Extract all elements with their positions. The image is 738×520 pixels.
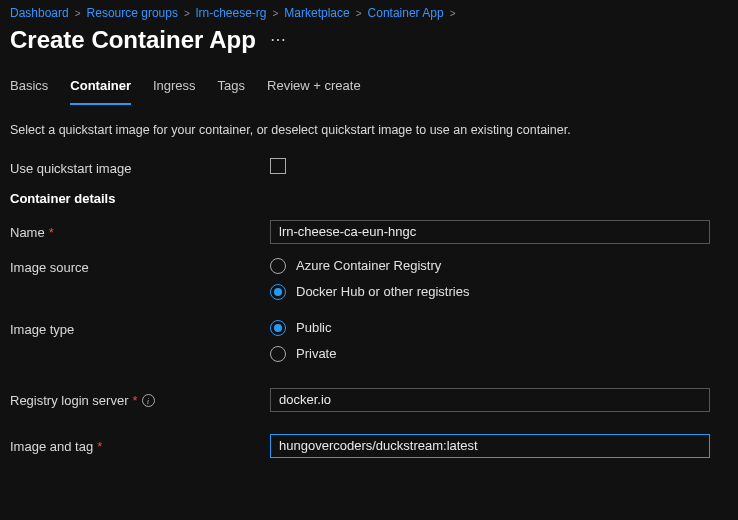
tab-container[interactable]: Container [70, 72, 131, 105]
radio-dockerhub[interactable]: Docker Hub or other registries [270, 284, 728, 300]
row-image-tag: Image and tag * [10, 434, 728, 458]
tab-review-create[interactable]: Review + create [267, 72, 361, 105]
radio-label: Azure Container Registry [296, 258, 441, 273]
more-icon[interactable]: ⋯ [270, 30, 288, 51]
image-source-label: Image source [10, 258, 270, 275]
image-tag-input[interactable] [270, 434, 710, 458]
name-label: Name [10, 225, 45, 240]
image-type-group: Public Private [270, 320, 728, 362]
radio-icon [270, 346, 286, 362]
image-source-group: Azure Container Registry Docker Hub or o… [270, 258, 728, 300]
name-input[interactable] [270, 220, 710, 244]
breadcrumb-link[interactable]: Dashboard [10, 6, 69, 20]
section-container-details: Container details [10, 191, 728, 206]
required-icon: * [97, 439, 102, 454]
intro-text: Select a quickstart image for your conta… [10, 121, 728, 140]
required-icon: * [133, 393, 138, 408]
title-row: Create Container App ⋯ [10, 26, 728, 72]
row-quickstart: Use quickstart image [10, 158, 728, 177]
tab-tags[interactable]: Tags [218, 72, 245, 105]
chevron-right-icon: > [450, 8, 456, 19]
row-image-source: Image source Azure Container Registry Do… [10, 258, 728, 300]
row-name: Name * [10, 220, 728, 244]
breadcrumb-link[interactable]: Resource groups [87, 6, 178, 20]
row-registry: Registry login server * i [10, 388, 728, 412]
radio-label: Public [296, 320, 331, 335]
image-type-label: Image type [10, 320, 270, 337]
registry-label: Registry login server [10, 393, 129, 408]
radio-icon [270, 284, 286, 300]
radio-public[interactable]: Public [270, 320, 728, 336]
registry-input[interactable] [270, 388, 710, 412]
breadcrumb-link[interactable]: lrn-cheese-rg [196, 6, 267, 20]
required-icon: * [49, 225, 54, 240]
chevron-right-icon: > [273, 8, 279, 19]
chevron-right-icon: > [184, 8, 190, 19]
info-icon[interactable]: i [142, 394, 155, 407]
quickstart-checkbox[interactable] [270, 158, 286, 174]
chevron-right-icon: > [75, 8, 81, 19]
radio-icon [270, 320, 286, 336]
row-image-type: Image type Public Private [10, 320, 728, 362]
radio-private[interactable]: Private [270, 346, 728, 362]
page-title: Create Container App [10, 26, 256, 54]
radio-label: Docker Hub or other registries [296, 284, 469, 299]
quickstart-label: Use quickstart image [10, 159, 270, 176]
image-tag-label: Image and tag [10, 439, 93, 454]
radio-icon [270, 258, 286, 274]
breadcrumb-link[interactable]: Marketplace [284, 6, 349, 20]
tab-basics[interactable]: Basics [10, 72, 48, 105]
radio-acr[interactable]: Azure Container Registry [270, 258, 728, 274]
radio-label: Private [296, 346, 336, 361]
breadcrumb: Dashboard> Resource groups> lrn-cheese-r… [10, 4, 728, 26]
tab-ingress[interactable]: Ingress [153, 72, 196, 105]
chevron-right-icon: > [356, 8, 362, 19]
tabs: Basics Container Ingress Tags Review + c… [10, 72, 728, 105]
breadcrumb-link[interactable]: Container App [368, 6, 444, 20]
